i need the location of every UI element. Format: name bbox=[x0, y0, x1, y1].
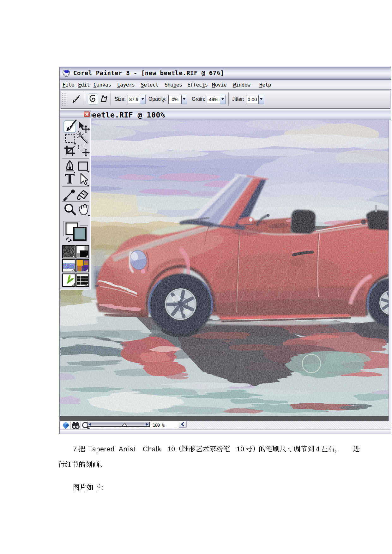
weave-pattern-selector[interactable] bbox=[76, 259, 89, 272]
document-page: Corel Painter 8 - [new beetle.RIF @ 67%]… bbox=[0, 0, 392, 554]
nozzle-selector[interactable] bbox=[63, 274, 75, 286]
tool-layer-adjuster[interactable] bbox=[79, 122, 90, 133]
svg-text:T: T bbox=[65, 171, 75, 187]
tool-dropper[interactable] bbox=[64, 190, 75, 200]
tool-grabber[interactable] bbox=[79, 204, 90, 217]
weave-selector[interactable] bbox=[76, 274, 89, 286]
pattern-selector[interactable] bbox=[63, 259, 75, 272]
tool-rect-shape[interactable] bbox=[79, 162, 89, 173]
tool-paint-bucket[interactable] bbox=[77, 190, 88, 200]
color-swatches[interactable] bbox=[63, 221, 88, 242]
toolbox-palette: T bbox=[60, 111, 91, 290]
back-color-swatch bbox=[74, 228, 86, 240]
paragraph-line3-glyphs bbox=[74, 484, 103, 491]
tool-shape-selection[interactable] bbox=[81, 173, 89, 187]
tool-rect-selection[interactable] bbox=[65, 134, 76, 145]
tool-text[interactable]: T bbox=[65, 171, 75, 187]
paper-selector[interactable] bbox=[63, 245, 75, 258]
gradient-selector[interactable] bbox=[76, 245, 89, 258]
tool-brush[interactable] bbox=[64, 120, 77, 133]
tool-magnifier[interactable] bbox=[65, 204, 75, 214]
paragraph-line2-glyphs bbox=[58, 461, 102, 467]
tool-selection-adjuster[interactable] bbox=[78, 145, 90, 156]
paragraph-line1-glyphs bbox=[73, 445, 359, 453]
tool-crop[interactable] bbox=[64, 146, 75, 156]
